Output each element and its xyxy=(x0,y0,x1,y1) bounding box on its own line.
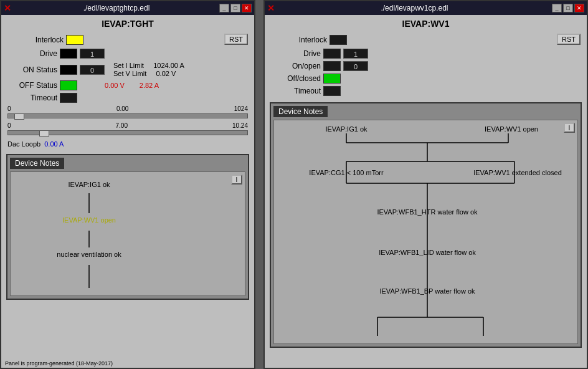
rst-btn-2[interactable]: RST xyxy=(557,34,581,45)
interlock-form-row-2: Interlock xyxy=(271,34,557,46)
on-status-indicator-1 xyxy=(60,65,77,75)
rst-btn-1[interactable]: RST xyxy=(224,34,248,45)
drive-label-1: Drive xyxy=(7,49,57,58)
timeout-indicator-2 xyxy=(323,86,341,96)
slider2-thumb[interactable] xyxy=(39,130,49,137)
logic-node-nuke-1: nuclear ventilation ok xyxy=(57,251,121,258)
timeout-label-2: Timeout xyxy=(271,87,321,95)
off-closed-row: Off/closed xyxy=(265,72,587,85)
drive-indicator-2 xyxy=(323,49,341,59)
logic-node-wfb1-htr: IEVAP:WFB1_HTR water flow ok xyxy=(377,208,478,216)
interlock-row-2: Interlock RST xyxy=(265,32,587,47)
on-open-row: On/open 0 xyxy=(265,60,587,72)
on-open-indicator xyxy=(323,61,341,71)
minimize-btn-1[interactable]: _ xyxy=(219,4,229,12)
minimize-btn-2[interactable]: _ xyxy=(552,4,562,12)
drive-row-1: Drive 1 xyxy=(1,47,254,60)
off-status-row-1: OFF Status 0.00 V 2.82 A xyxy=(1,79,254,92)
readout-v-1: 0.00 V xyxy=(105,82,125,89)
footnote-1: Panel is program-generated (18-May-2017) xyxy=(5,360,113,367)
logic-node-wfb1-lid: IEVAP:WFB1_LID water flow ok xyxy=(379,249,476,256)
on-open-value: 0 xyxy=(343,61,368,71)
slider1-container: 0 0.00 1024 xyxy=(1,104,254,121)
off-closed-label: Off/closed xyxy=(271,74,321,83)
device-notes-box-2: Device Notes I xyxy=(270,102,582,348)
maximize-btn-1[interactable]: □ xyxy=(230,4,240,12)
on-status-row-1: ON Status 0 Set I Limit 1024.00 A Set V … xyxy=(1,60,254,79)
win-buttons-1: _ □ ✕ xyxy=(219,4,252,12)
timeout-row-2: Timeout xyxy=(265,85,587,97)
device-notes-box-1: Device Notes I IEVAP:IG1 ok IEVAP:WV1 op… xyxy=(6,154,249,300)
slider2-track[interactable] xyxy=(7,130,248,135)
slider1-labels: 0 0.00 1024 xyxy=(7,105,248,112)
close-btn-2[interactable]: ✕ xyxy=(574,4,584,12)
on-status-value-1: 0 xyxy=(80,65,105,75)
dac-loopb-value: 0.00 A xyxy=(44,140,64,148)
interlock-indicator-1 xyxy=(66,35,83,45)
title-bar-1: ✕ ./edl/ievaptghtcp.edl _ □ ✕ xyxy=(1,1,254,15)
device-notes-title-2: Device Notes xyxy=(273,106,328,117)
title-bar-2: ✕ ./edl/ievapwv1cp.edl _ □ ✕ xyxy=(265,1,587,15)
slider2-labels: 0 7.00 10.24 xyxy=(7,122,248,129)
device-name-2: IEVAP:WV1 xyxy=(265,15,587,32)
win-buttons-2: _ □ ✕ xyxy=(552,4,584,12)
set-v-limit-value: 0.02 V xyxy=(156,70,176,77)
readout-a-1: 2.82 A xyxy=(140,82,159,89)
dac-loopb-row: Dac Loopb 0.00 A xyxy=(1,138,254,150)
set-v-limit-label: Set V Limit xyxy=(113,70,146,77)
on-open-label: On/open xyxy=(271,62,321,70)
x-icon-1[interactable]: ✕ xyxy=(4,3,11,13)
drive-value-2: 1 xyxy=(343,49,368,59)
set-i-limit-row: Set I Limit 1024.00 A xyxy=(113,62,184,69)
interlock-row: Interlock RST xyxy=(1,32,254,47)
set-i-limit-value: 1024.00 A xyxy=(153,62,184,69)
slider1-thumb[interactable] xyxy=(14,113,24,120)
logic-node-wfb1-bp: IEVAP:WFB1_BP water flow ok xyxy=(379,287,475,295)
logic-diagram-1: IEVAP:IG1 ok IEVAP:WV1 open nuclear vent… xyxy=(14,176,241,294)
close-btn-1[interactable]: ✕ xyxy=(242,4,252,12)
timeout-indicator-1 xyxy=(60,93,77,103)
slider2-max: 10.24 xyxy=(232,122,248,129)
window-tght: ✕ ./edl/ievaptghtcp.edl _ □ ✕ IEVAP:TGHT… xyxy=(0,0,255,369)
slider1-min: 0 xyxy=(7,105,11,112)
interlock-label-2: Interlock xyxy=(277,36,327,44)
title-2: ./edl/ievapwv1cp.edl xyxy=(277,4,552,12)
slider1-mid: 0.00 xyxy=(116,105,128,112)
slider1-track[interactable] xyxy=(7,113,248,118)
title-1: ./edl/ievaptghtcp.edl xyxy=(14,4,219,12)
drive-label-2: Drive xyxy=(271,49,321,58)
drive-indicator-1 xyxy=(60,49,77,59)
logic-node-cg1: IEVAP:CG1 < 100 mTorr xyxy=(309,169,384,176)
maximize-btn-2[interactable]: □ xyxy=(563,4,573,12)
logic-node-ig1-2: IEVAP:IG1 ok xyxy=(325,125,368,133)
logic-node-wv1-1: IEVAP:WV1 open xyxy=(62,216,116,224)
set-v-limit-row: Set V Limit 0.02 V xyxy=(113,70,184,77)
logic-diagram-2: IEVAP:IG1 ok IEVAP:WV1 open IEVAP:CG1 < … xyxy=(278,124,574,342)
slider2-mid: 7.00 xyxy=(116,122,128,129)
set-i-limit-label: Set I Limit xyxy=(113,62,144,69)
timeout-row-1: Timeout xyxy=(1,92,254,104)
slider2-min: 0 xyxy=(7,122,11,129)
off-status-indicator-1 xyxy=(60,80,77,90)
off-status-label-1: OFF Status xyxy=(7,81,57,90)
notes-content-1: I IEVAP:IG1 ok IEVAP:WV1 open nuclear ve… xyxy=(10,171,245,296)
set-values-1: Set I Limit 1024.00 A Set V Limit 0.02 V xyxy=(113,61,184,78)
logic-node-wv1-ext: IEVAP:WV1 extended closed xyxy=(473,169,562,176)
interlock-indicator-2 xyxy=(330,35,347,45)
drive-row-2: Drive 1 xyxy=(265,47,587,60)
logic-node-ig1-1: IEVAP:IG1 ok xyxy=(68,181,110,188)
timeout-label-1: Timeout xyxy=(7,93,57,102)
interlock-form-row: Interlock xyxy=(7,34,224,46)
off-closed-indicator xyxy=(323,74,341,84)
dac-loopb-label: Dac Loopb xyxy=(7,140,40,148)
interlock-label-1: Interlock xyxy=(14,36,64,44)
drive-value-1: 1 xyxy=(80,49,105,59)
slider1-max: 1024 xyxy=(234,105,248,112)
notes-content-2: I xyxy=(273,120,578,344)
on-status-label-1: ON Status xyxy=(7,65,57,74)
window-wv1: ✕ ./edl/ievapwv1cp.edl _ □ ✕ IEVAP:WV1 I… xyxy=(263,0,588,369)
x-icon-2[interactable]: ✕ xyxy=(267,3,275,13)
device-name-1: IEVAP:TGHT xyxy=(1,15,254,32)
logic-node-wv1-open-2: IEVAP:WV1 open xyxy=(485,125,538,133)
slider2-container: 0 7.00 10.24 xyxy=(1,121,254,138)
